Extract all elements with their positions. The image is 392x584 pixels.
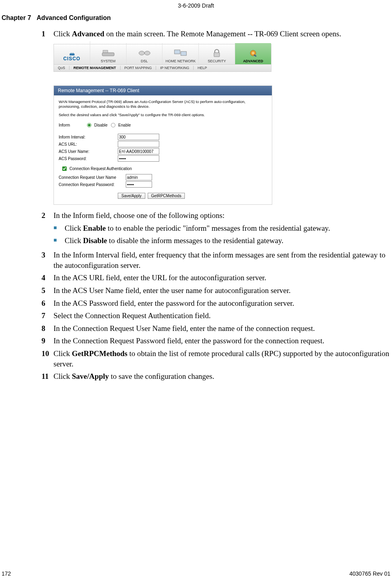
step-6-num: 6: [42, 298, 53, 309]
panel-desc-1: WAN Management Protocol (TR-069) allows …: [59, 99, 267, 110]
svg-rect-6: [214, 53, 220, 57]
inform-disable-radio[interactable]: [87, 123, 91, 127]
acs-password-input[interactable]: [118, 155, 159, 162]
step-1-num: 1: [42, 29, 53, 39]
router-icon: [101, 48, 115, 58]
conn-req-auth-checkbox[interactable]: [62, 166, 67, 171]
step-10-body: Click GetRPCMethods to obtain the list o…: [53, 348, 390, 369]
draft-header: 3-6-2009 Draft: [0, 0, 392, 9]
inform-disable-label: Disable: [94, 123, 107, 127]
acs-url-input[interactable]: [118, 141, 159, 147]
step-9-num: 9: [42, 336, 53, 346]
inform-enable-radio[interactable]: [111, 123, 115, 127]
subnav-remote-management[interactable]: REMOTE MANAGEMENT: [69, 66, 121, 70]
step-5-body: In the ACS User Name field, enter the us…: [53, 285, 390, 296]
step-11-num: 11: [42, 371, 53, 382]
svg-point-3: [145, 51, 150, 55]
step-7-num: 7: [42, 311, 53, 321]
subnav-help[interactable]: HELP: [194, 66, 211, 70]
cr-user-input[interactable]: [126, 174, 152, 180]
step-1-body: Click Advanced on the main screen. The R…: [53, 29, 390, 39]
svg-rect-0: [102, 53, 114, 56]
tr069-panel: Remote Management -- TR-069 Client WAN M…: [53, 85, 272, 205]
acs-url-label: ACS URL:: [59, 142, 118, 146]
nav-dsl[interactable]: DSL: [127, 43, 163, 64]
nav-advanced[interactable]: ADVANCED: [235, 43, 271, 64]
acs-user-input[interactable]: [118, 148, 159, 154]
inform-interval-label: Inform Interval:: [59, 135, 118, 139]
bullet-2: Click Disable to disable the inform mess…: [65, 236, 390, 246]
nav-home-network[interactable]: HOME NETWORK: [162, 43, 199, 64]
svg-point-8: [252, 52, 254, 54]
step-2-body: In the Inform field, choose one of the f…: [53, 210, 390, 221]
dsl-icon: [138, 48, 151, 58]
panel-title: Remote Management -- TR-069 Client: [54, 86, 272, 95]
subnav-qos[interactable]: QoS: [54, 66, 69, 70]
step-4-num: 4: [42, 273, 53, 283]
rev-number: 4030765 Rev 01: [349, 570, 390, 577]
panel-desc-2: Select the desired values and click "Sav…: [59, 113, 267, 118]
nav-system[interactable]: SYSTEM: [90, 43, 127, 64]
step-9-body: In the Connection Request Password field…: [53, 336, 390, 346]
bullet-1: Click Enable to to enable the periodic "…: [65, 223, 390, 234]
conn-req-auth-label: Connection Request Authentication: [69, 166, 132, 171]
cisco-logo: ıılıılıı CISCO: [54, 41, 90, 64]
step-2-num: 2: [42, 210, 53, 221]
monitors-icon: [174, 48, 187, 58]
cr-pass-input[interactable]: [126, 181, 152, 188]
cr-user-label: Connection Request User Name: [59, 175, 126, 180]
step-6-body: In the ACS Password field, enter the pas…: [53, 298, 390, 309]
step-11-body: Click Save/Apply to save the configurati…: [53, 371, 390, 382]
acs-password-label: ACS Password:: [59, 156, 118, 161]
chapter-title: Advanced Configuration: [37, 14, 111, 21]
svg-rect-1: [103, 50, 108, 53]
acs-user-label: ACS User Name:: [59, 149, 118, 154]
page-number: 172: [2, 570, 11, 577]
embedded-screenshot: ıılıılıı CISCO SYSTEM DSL HOME NETWORK: [53, 44, 390, 205]
chapter-number: Chapter 7: [2, 14, 31, 21]
inform-interval-input[interactable]: [118, 134, 159, 140]
inform-label: Inform: [59, 123, 85, 127]
sub-nav: QoS REMOTE MANAGEMENT PORT MAPPING IP NE…: [53, 65, 271, 72]
step-8-body: In the Connection Request User Name fiel…: [53, 323, 390, 334]
bullet-icon: ■: [53, 223, 65, 234]
step-10-num: 10: [42, 348, 53, 369]
subnav-port-mapping[interactable]: PORT MAPPING: [121, 66, 156, 70]
cr-pass-label: Connection Request Password:: [59, 182, 126, 187]
inform-enable-label: Enable: [118, 123, 131, 127]
save-apply-button[interactable]: Save/Apply: [118, 193, 145, 199]
chapter-heading: Chapter 7Advanced Configuration: [0, 14, 392, 22]
step-8-num: 8: [42, 323, 53, 334]
svg-rect-5: [181, 51, 186, 55]
top-nav: ıılıılıı CISCO SYSTEM DSL HOME NETWORK: [53, 44, 271, 65]
lock-icon: [210, 48, 224, 58]
subnav-ip-networking[interactable]: IP NETWORKING: [156, 66, 194, 70]
gear-icon: [246, 48, 260, 58]
step-5-num: 5: [42, 285, 53, 296]
step-4-body: In the ACS URL field, enter the URL for …: [53, 273, 390, 283]
bullet-icon: ■: [53, 236, 65, 246]
step-3-body: In the Inform Interval field, enter freq…: [53, 250, 390, 270]
svg-point-2: [139, 51, 145, 55]
get-rpc-methods-button[interactable]: GetRPCMethods: [148, 193, 185, 199]
nav-security[interactable]: SECURITY: [199, 43, 235, 64]
svg-rect-4: [174, 50, 180, 54]
step-7-body: Select the Connection Request Authentica…: [53, 311, 390, 321]
step-3-num: 3: [42, 250, 53, 270]
